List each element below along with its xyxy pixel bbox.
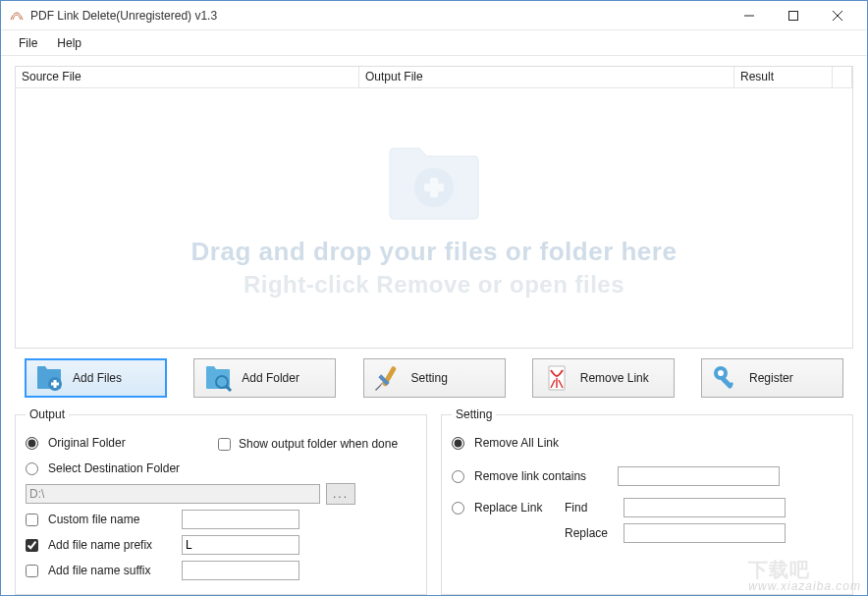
col-end: [833, 67, 852, 87]
svg-rect-5: [430, 178, 438, 197]
custom-file-name-checkbox[interactable]: [26, 514, 38, 526]
output-legend: Output: [26, 407, 69, 421]
remove-link-button[interactable]: Remove Link: [532, 358, 675, 398]
replace-link-radio[interactable]: [452, 502, 464, 515]
svg-point-15: [718, 370, 724, 376]
svg-rect-12: [381, 365, 396, 387]
custom-file-name-input[interactable]: [182, 510, 299, 529]
file-list[interactable]: Source File Output File Result Drag and …: [15, 66, 853, 349]
file-list-header: Source File Output File Result: [16, 67, 852, 88]
add-prefix-label[interactable]: Add file name prefix: [48, 538, 176, 552]
find-label: Find: [565, 501, 618, 515]
register-label: Register: [749, 371, 793, 385]
custom-file-name-label[interactable]: Custom file name: [48, 513, 176, 526]
add-folder-button[interactable]: Add Folder: [193, 358, 336, 398]
watermark: 下载吧 www.xiazaiba.com: [748, 560, 861, 593]
action-button-row: Add Files Add Folder Setting Remove Link…: [15, 358, 853, 398]
add-suffix-checkbox[interactable]: [26, 565, 38, 577]
svg-line-11: [226, 386, 231, 391]
remove-link-icon: [541, 362, 572, 394]
close-button[interactable]: [815, 2, 859, 29]
remove-contains-input[interactable]: [618, 466, 780, 486]
original-folder-label[interactable]: Original Folder: [48, 436, 126, 450]
suffix-input[interactable]: [182, 561, 299, 580]
titlebar: PDF Link Delete(Unregistered) v1.3: [1, 1, 867, 30]
browse-button[interactable]: ...: [326, 483, 355, 505]
col-result[interactable]: Result: [734, 67, 833, 87]
replace-label: Replace: [565, 526, 618, 540]
add-files-label: Add Files: [73, 371, 122, 385]
setting-icon: [372, 362, 404, 394]
show-output-done-checkbox[interactable]: [218, 438, 231, 451]
menu-help[interactable]: Help: [47, 32, 91, 54]
col-output-file[interactable]: Output File: [359, 67, 734, 87]
add-suffix-label[interactable]: Add file name suffix: [48, 564, 176, 577]
add-folder-label: Add Folder: [242, 371, 299, 385]
maximize-button[interactable]: [771, 2, 815, 29]
remove-all-label[interactable]: Remove All Link: [474, 436, 612, 450]
remove-contains-label[interactable]: Remove link contains: [474, 469, 612, 483]
destination-path-input: [26, 484, 320, 504]
prefix-input[interactable]: [182, 535, 299, 555]
svg-rect-9: [51, 383, 59, 386]
app-icon: [9, 8, 25, 24]
menu-file[interactable]: File: [9, 32, 47, 54]
select-destination-label[interactable]: Select Destination Folder: [48, 461, 180, 475]
setting-legend: Setting: [452, 407, 496, 421]
remove-link-label: Remove Link: [580, 371, 649, 385]
watermark-url: www.xiazaiba.com: [748, 579, 861, 593]
select-destination-radio[interactable]: [26, 462, 38, 475]
svg-rect-6: [424, 184, 444, 191]
original-folder-radio[interactable]: [26, 437, 38, 450]
replace-link-label[interactable]: Replace Link: [474, 501, 559, 515]
col-source-file[interactable]: Source File: [16, 67, 359, 87]
watermark-cn: 下载吧: [748, 560, 861, 579]
register-icon: [710, 362, 741, 394]
add-prefix-checkbox[interactable]: [26, 539, 38, 552]
drop-hint-line2: Right-click Remove or open files: [244, 271, 624, 298]
menubar: File Help: [1, 30, 867, 56]
find-input[interactable]: [624, 498, 786, 517]
svg-rect-1: [788, 11, 797, 20]
drop-hint-line1: Drag and drop your files or folder here: [191, 237, 678, 267]
remove-contains-radio[interactable]: [452, 470, 464, 483]
output-group: Output Original Folder Show output folde…: [15, 407, 427, 595]
remove-all-radio[interactable]: [452, 437, 464, 450]
window-title: PDF Link Delete(Unregistered) v1.3: [30, 9, 727, 23]
replace-input[interactable]: [624, 523, 786, 543]
add-files-icon: [33, 362, 65, 394]
browse-label: ...: [333, 487, 349, 501]
drop-hint: Drag and drop your files or folder here …: [16, 88, 852, 348]
show-output-done-label[interactable]: Show output folder when done: [239, 437, 398, 451]
setting-button[interactable]: Setting: [363, 358, 506, 398]
add-folder-icon: [202, 362, 234, 394]
window-controls: [727, 2, 859, 29]
add-files-button[interactable]: Add Files: [25, 358, 167, 398]
setting-label: Setting: [411, 371, 448, 385]
register-button[interactable]: Register: [701, 358, 843, 398]
minimize-button[interactable]: [727, 2, 771, 29]
svg-point-4: [414, 168, 454, 207]
folder-plus-icon: [380, 138, 488, 227]
